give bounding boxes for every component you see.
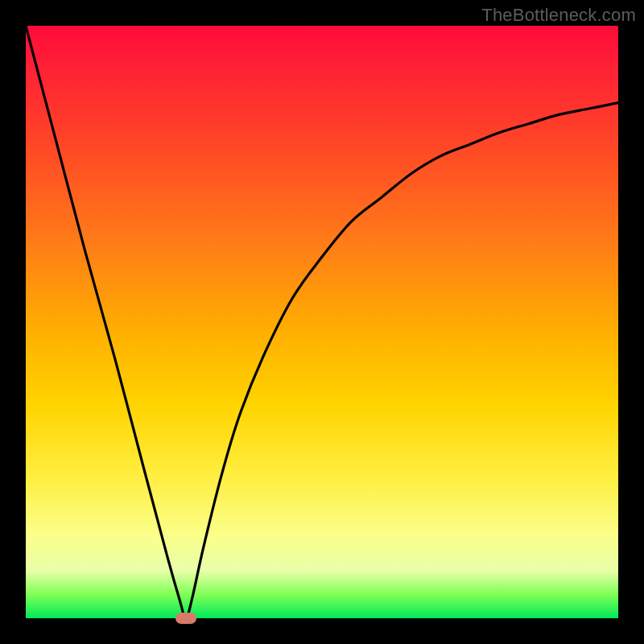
bottleneck-curve — [26, 26, 618, 618]
curve-svg — [26, 26, 618, 618]
chart-frame: TheBottleneck.com — [0, 0, 644, 644]
watermark-text: TheBottleneck.com — [481, 5, 636, 26]
plot-area — [26, 26, 618, 618]
minimum-marker — [175, 613, 196, 624]
